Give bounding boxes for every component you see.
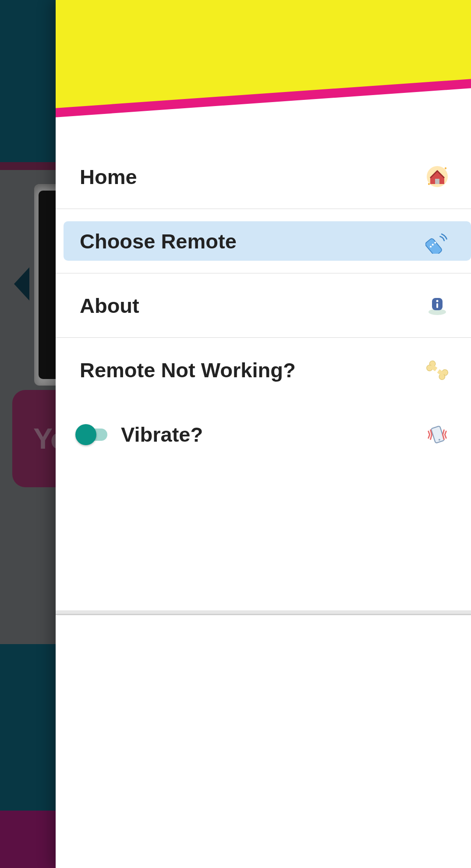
menu-item-label: Home <box>80 165 137 189</box>
svg-rect-3 <box>435 179 439 184</box>
svg-point-1 <box>445 167 446 169</box>
svg-point-10 <box>436 300 439 302</box>
menu-item-label: Choose Remote <box>80 229 237 253</box>
toggle-knob <box>75 424 96 445</box>
remote-icon <box>425 229 449 253</box>
vibrate-icon <box>425 423 449 446</box>
svg-point-6 <box>434 242 436 244</box>
info-icon <box>425 294 449 317</box>
menu-item-label: About <box>80 294 139 318</box>
menu-item-home[interactable]: Home <box>56 145 471 209</box>
svg-point-2 <box>428 183 430 185</box>
svg-point-5 <box>432 244 434 245</box>
vibrate-label: Vibrate? <box>121 422 203 446</box>
menu-item-vibrate: Vibrate? <box>56 402 471 467</box>
bone-icon <box>425 358 449 382</box>
menu-item-choose-remote[interactable]: Choose Remote <box>56 209 471 273</box>
menu-item-label: Remote Not Working? <box>80 358 296 382</box>
drawer-bottom-divider <box>56 610 471 614</box>
menu-item-about[interactable]: About <box>56 273 471 338</box>
svg-rect-4 <box>425 238 443 254</box>
svg-point-7 <box>430 246 432 248</box>
drawer-bottom-divider <box>56 614 471 615</box>
drawer-menu: Home Choose Remote <box>56 145 471 868</box>
home-icon <box>425 165 449 188</box>
svg-rect-11 <box>436 303 438 308</box>
navigation-drawer: Home Choose Remote <box>56 0 471 868</box>
vibrate-toggle[interactable] <box>75 426 110 443</box>
menu-item-remote-not-working[interactable]: Remote Not Working? <box>56 338 471 402</box>
drawer-header-graphic <box>56 0 471 145</box>
